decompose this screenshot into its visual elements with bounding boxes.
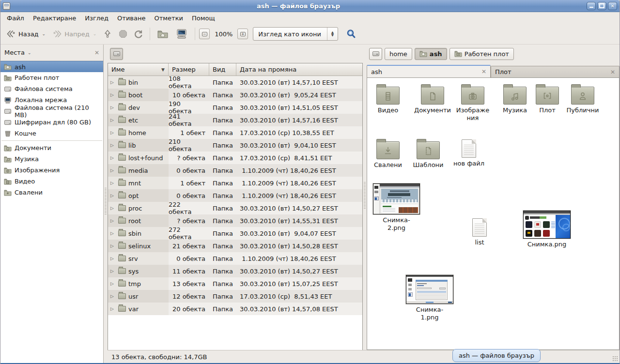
expander-icon[interactable]: ▷ <box>110 130 116 135</box>
stop-button[interactable] <box>116 27 130 41</box>
sidebar-item-encrypted-80gb[interactable]: Шифриран дял (80 GB) <box>0 117 103 128</box>
tree-row-var[interactable]: ▷var20 обектаПапка30.03.2010 (вт) 14,57,… <box>108 303 362 315</box>
menu-go[interactable]: Отиване <box>113 13 150 23</box>
tab-close-icon[interactable]: ✕ <box>606 69 615 76</box>
column-header-size[interactable]: Размер <box>169 63 209 76</box>
expander-icon[interactable]: ▷ <box>110 168 116 173</box>
tree-row-boot[interactable]: ▷boot10 обектаПапка30.03.2010 (вт) 9,05,… <box>108 89 362 101</box>
breadcrumb-desktop[interactable]: Работен плот <box>450 48 514 60</box>
tree-row-home[interactable]: ▷home1 обектПапка17.03.2010 (ср) 10,38,5… <box>108 126 362 139</box>
tree-row-dev[interactable]: ▷dev190 обектаПапка30.03.2010 (вт) 14,51… <box>108 101 362 114</box>
icon-new-file[interactable]: нов файл <box>450 137 487 167</box>
tab-close-icon[interactable]: ✕ <box>478 68 486 75</box>
sidebar-close-icon[interactable]: ✕ <box>94 49 99 56</box>
tree-row-sys[interactable]: ▷sys11 обектаПапка30.03.2010 (вт) 14,50,… <box>108 265 362 277</box>
tree-row-bin[interactable]: ▷bin108 обектаПапка30.03.2010 (вт) 14,57… <box>108 76 362 89</box>
search-button[interactable] <box>343 26 359 42</box>
zoom-in-button[interactable]: + <box>237 29 248 39</box>
expander-icon[interactable]: ▷ <box>110 118 116 122</box>
expander-icon[interactable]: ▷ <box>110 243 116 248</box>
tree-row-mnt[interactable]: ▷mnt1 обектПапка 1.10.2009 (чт) 18,40,26… <box>108 177 362 189</box>
tab-plot[interactable]: Плот ✕ <box>491 66 620 77</box>
icon-downloads[interactable]: Свалени <box>371 138 405 169</box>
column-header-type[interactable]: Вид <box>209 63 236 76</box>
expander-icon[interactable]: ▷ <box>110 256 116 261</box>
expander-icon[interactable]: ▷ <box>110 294 116 299</box>
root-breadcrumb-button[interactable] <box>110 48 123 60</box>
tree-row-selinux[interactable]: ▷selinux21 обектаПапка30.03.2010 (вт) 14… <box>108 240 362 252</box>
column-header-name[interactable]: Име▼ <box>108 63 169 76</box>
icon-music[interactable]: Музика <box>499 84 531 114</box>
expander-icon[interactable]: ▷ <box>110 143 116 148</box>
sidebar-splitter[interactable] <box>104 45 108 363</box>
menu-file[interactable]: Файл <box>2 13 29 23</box>
tree-row-srv[interactable]: ▷srv0 обектаПапка 1.10.2009 (чт) 18,40,2… <box>108 252 362 265</box>
expander-icon[interactable]: ▷ <box>110 193 116 198</box>
expander-icon[interactable]: ▷ <box>110 155 116 160</box>
zoom-out-button[interactable]: − <box>199 29 210 39</box>
sidebar-item-desktop[interactable]: Работен плот <box>0 72 103 83</box>
sidebar-item-music[interactable]: Музика <box>0 153 103 165</box>
resize-grip[interactable] <box>612 356 618 362</box>
icon-snimka-png[interactable]: Снимка.png <box>523 211 571 248</box>
sidebar-item-home[interactable]: ash <box>0 61 103 72</box>
expander-icon[interactable]: ▷ <box>110 269 116 273</box>
tree-row-root[interactable]: ▷root? обектаПапка30.03.2010 (вт) 14,55,… <box>108 214 362 227</box>
icon-desktop[interactable]: Плот <box>535 84 560 114</box>
view-mode-select[interactable]: Изглед като икони ▲▼ <box>253 27 338 41</box>
menu-view[interactable]: Изглед <box>80 13 113 23</box>
icon-list[interactable]: list <box>470 216 489 246</box>
reload-button[interactable] <box>131 27 146 41</box>
column-header-date[interactable]: Дата на промяна <box>236 63 362 76</box>
tree-row-proc[interactable]: ▷proc222 обектаПапка30.03.2010 (вт) 14,5… <box>108 202 362 214</box>
expander-icon[interactable]: ▷ <box>110 206 116 211</box>
menu-help[interactable]: Помощ <box>187 13 219 23</box>
sidebar-item-filesystem[interactable]: Файлова система <box>0 83 103 94</box>
expander-icon[interactable]: ▷ <box>110 281 116 286</box>
tree-row-lib[interactable]: ▷lib210 обектаПапка30.03.2010 (вт) 9,04,… <box>108 139 362 152</box>
back-button[interactable]: Назад⌄ <box>3 28 48 40</box>
expander-icon[interactable]: ▷ <box>110 80 116 85</box>
expander-icon[interactable]: ▷ <box>110 218 116 223</box>
sidebar-item-trash[interactable]: Кошче <box>0 128 103 139</box>
titlebar[interactable]: ash — файлов браузър ✕ <box>0 0 620 12</box>
sidebar-item-volume-210mb[interactable]: Файлова система (210 MB) <box>0 106 103 117</box>
sidebar-item-videos[interactable]: Видео <box>0 176 103 187</box>
tree-row-sbin[interactable]: ▷sbin272 обектаПапка30.03.2010 (вт) 9,04… <box>108 227 362 240</box>
icon-videos[interactable]: Видео <box>373 84 403 114</box>
tree-row-media[interactable]: ▷media0 обектаПапка 1.10.2009 (чт) 18,40… <box>108 164 362 177</box>
icon-snimka-2-png[interactable]: Снимка-2.png <box>373 183 420 232</box>
icon-pictures[interactable]: Изображения <box>454 84 491 122</box>
expander-icon[interactable]: ▷ <box>110 181 116 185</box>
minimize-button[interactable] <box>587 2 596 10</box>
window-menu-icon[interactable] <box>3 2 10 10</box>
maximize-button[interactable] <box>597 2 606 10</box>
icon-snimka-1-png[interactable]: Снимка-1.png <box>406 275 453 321</box>
sidebar-item-documents[interactable]: Документи <box>0 142 103 153</box>
icon-templates[interactable]: Шаблони <box>411 138 446 169</box>
sidebar-mode-select[interactable]: Места⌄ <box>4 49 31 56</box>
menu-edit[interactable]: Редактиране <box>29 13 80 23</box>
icon-view[interactable]: ВидеоДокументиИзображенияМузикаПлотПубли… <box>367 77 620 350</box>
forward-button[interactable]: Напред⌄ <box>49 28 99 40</box>
sidebar-item-downloads[interactable]: Свалени <box>0 187 103 198</box>
expander-icon[interactable]: ▷ <box>110 306 116 311</box>
tab-ash[interactable]: ash ✕ <box>367 65 491 77</box>
breadcrumb-ash-current[interactable]: ash <box>415 48 447 60</box>
tree-row-lost+found[interactable]: ▷lost+found? обектаПапка17.03.2010 (ср) … <box>108 152 362 164</box>
up-button[interactable] <box>100 27 115 41</box>
tree-row-tmp[interactable]: ▷tmp13 обектаПапка30.03.2010 (вт) 15,07,… <box>108 277 362 290</box>
icon-public[interactable]: Публични <box>564 84 602 114</box>
menu-bookmarks[interactable]: Отметки <box>150 13 187 23</box>
sidebar-item-pictures[interactable]: Изображения <box>0 165 103 176</box>
computer-button[interactable] <box>172 26 191 42</box>
tree-row-etc[interactable]: ▷etc241 обектаПапка30.03.2010 (вт) 14,57… <box>108 114 362 126</box>
breadcrumb-home[interactable]: home <box>385 48 412 60</box>
tree-row-opt[interactable]: ▷opt0 обектаПапка 1.10.2009 (чт) 18,40,2… <box>108 189 362 202</box>
tree-row-usr[interactable]: ▷usr12 обектаПапка17.03.2010 (ср) 8,51,4… <box>108 290 362 303</box>
icon-documents[interactable]: Документи <box>411 84 454 114</box>
root-breadcrumb-button[interactable] <box>369 48 382 60</box>
close-button[interactable]: ✕ <box>608 2 617 10</box>
expander-icon[interactable]: ▷ <box>110 105 116 110</box>
expander-icon[interactable]: ▷ <box>110 231 116 236</box>
